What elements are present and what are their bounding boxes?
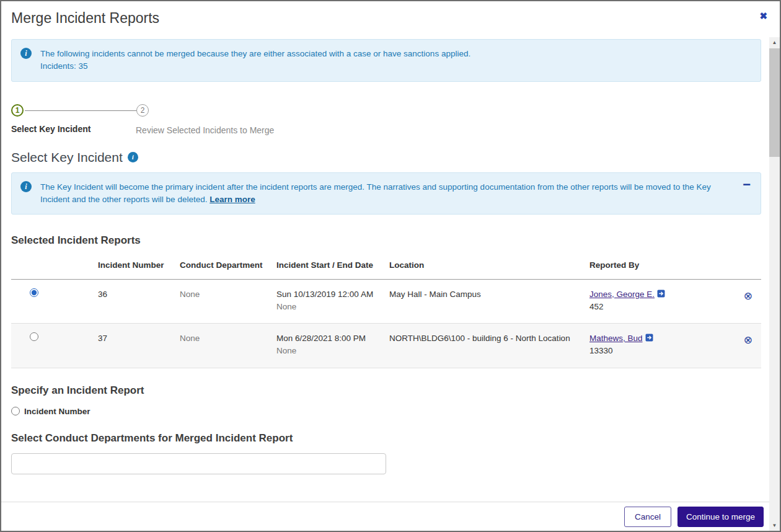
column-header-reported-by: Reported By (589, 254, 724, 279)
table-row: 37 None Mon 6/28/2021 8:00 PM None NORTH… (11, 324, 761, 368)
scroll-down-icon[interactable]: ▼ (769, 520, 780, 531)
open-record-icon[interactable] (645, 334, 653, 342)
key-incident-radio-37[interactable] (30, 332, 38, 341)
specify-incident-number-option: Incident Number (11, 407, 761, 416)
remove-incident-icon[interactable]: ⊗ (744, 334, 752, 346)
conduct-departments-input[interactable] (11, 453, 386, 474)
info-icon: i (20, 48, 32, 59)
info-icon: i (20, 181, 32, 192)
wizard-stepper: 1 2 Select Key Incident Review Selected … (11, 104, 761, 140)
cell-reported-by: Mathews, Bud 13330 (589, 324, 724, 368)
cancel-button[interactable]: Cancel (624, 507, 671, 527)
incident-number-radio-label: Incident Number (24, 407, 90, 416)
cannot-merge-alert-text: The following incidents cannot be merged… (40, 48, 470, 73)
cell-incident-number: 36 (98, 279, 180, 324)
start-date: Mon 6/28/2021 8:00 PM (276, 332, 383, 345)
dialog-footer: Cancel Continue to merge (1, 502, 780, 531)
select-key-incident-heading: Select Key Incident i (11, 150, 761, 165)
specify-incident-report-heading: Specify an Incident Report (11, 384, 761, 397)
close-icon[interactable]: ✖ (759, 11, 767, 20)
key-incident-alert: i The Key Incident will become the prima… (11, 172, 761, 215)
collapse-alert-icon[interactable]: − (743, 178, 751, 192)
alert-message: The Key Incident will become the primary… (40, 182, 711, 204)
dialog-header: Merge Incident Reports ✖ (1, 1, 780, 32)
table-header-row: Incident Number Conduct Department Incid… (11, 254, 761, 279)
step-2-circle[interactable]: 2 (136, 104, 149, 117)
cell-conduct-department: None (180, 324, 276, 368)
column-header-start-end-date: Incident Start / End Date (276, 254, 389, 279)
key-incident-radio-36[interactable] (30, 288, 38, 297)
scrollbar-thumb[interactable] (769, 48, 780, 157)
conduct-departments-heading: Select Conduct Departments for Merged In… (11, 432, 761, 445)
cell-start-end-date: Mon 6/28/2021 8:00 PM None (276, 324, 389, 368)
vertical-scrollbar[interactable]: ▲ ▼ (769, 37, 780, 531)
column-header-conduct-department: Conduct Department (180, 254, 276, 279)
cell-location: May Hall - Main Campus (389, 279, 589, 324)
cell-incident-number: 37 (98, 324, 180, 368)
info-icon[interactable]: i (128, 152, 138, 162)
selected-incident-reports-heading: Selected Incident Reports (11, 234, 761, 247)
alert-incident-count: Incidents: 35 (40, 60, 470, 73)
column-header-incident-number: Incident Number (98, 254, 180, 279)
stepper-connector-line (25, 110, 136, 111)
incident-number-radio[interactable] (11, 407, 20, 415)
open-record-icon[interactable] (657, 290, 665, 298)
end-date: None (276, 345, 383, 357)
cannot-merge-alert: i The following incidents cannot be merg… (11, 39, 761, 82)
remove-incident-icon[interactable]: ⊗ (744, 290, 752, 302)
cell-conduct-department: None (180, 279, 276, 324)
cell-location: NORTH\BLDG6\100 - building 6 - North Loc… (389, 324, 589, 368)
dialog-title: Merge Incident Reports (11, 10, 769, 27)
end-date: None (276, 301, 383, 313)
learn-more-link[interactable]: Learn more (210, 195, 255, 204)
key-incident-alert-text: The Key Incident will become the primary… (40, 181, 732, 206)
table-row: 36 None Sun 10/13/2019 12:00 AM None May… (11, 279, 761, 324)
selected-incidents-table: Incident Number Conduct Department Incid… (11, 254, 761, 368)
cell-reported-by: Jones, George E. 452 (589, 279, 724, 324)
step-1-label: Select Key Incident (11, 124, 90, 134)
select-key-incident-title: Select Key Incident (11, 150, 123, 165)
cell-start-end-date: Sun 10/13/2019 12:00 AM None (276, 279, 389, 324)
reporter-id: 452 (589, 301, 718, 313)
reported-by-link[interactable]: Jones, George E. (589, 290, 655, 299)
dialog-content: i The following incidents cannot be merg… (1, 39, 780, 474)
radio-column-header (11, 254, 98, 279)
step-2-label: Review Selected Incidents to Merge (136, 125, 274, 135)
start-date: Sun 10/13/2019 12:00 AM (276, 288, 383, 301)
step-1-circle[interactable]: 1 (11, 104, 24, 117)
scroll-up-icon[interactable]: ▲ (769, 37, 780, 48)
alert-message: The following incidents cannot be merged… (40, 48, 470, 60)
continue-to-merge-button[interactable]: Continue to merge (677, 507, 764, 527)
reporter-id: 13330 (589, 345, 718, 357)
reported-by-link[interactable]: Mathews, Bud (589, 334, 643, 343)
remove-column-header (724, 254, 761, 279)
column-header-location: Location (389, 254, 589, 279)
